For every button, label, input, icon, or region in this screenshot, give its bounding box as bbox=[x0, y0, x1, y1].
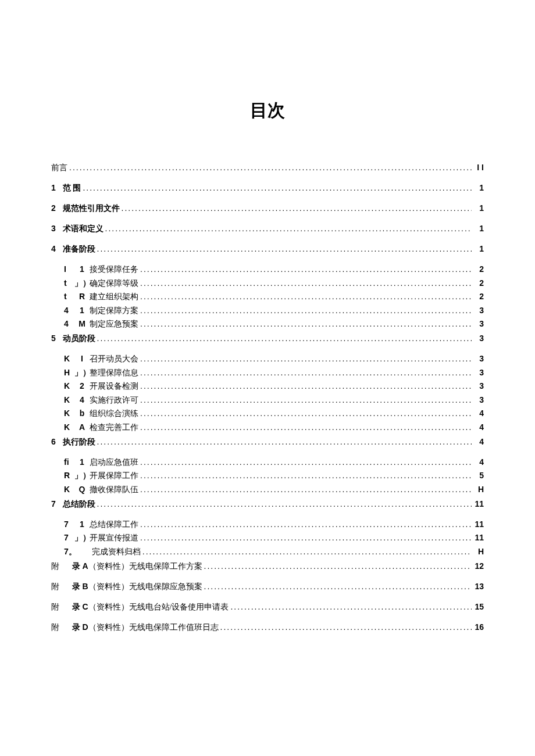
toc-leader-dots bbox=[140, 354, 472, 363]
toc-sub-prefix: K bbox=[64, 396, 74, 404]
toc-number: 2 bbox=[51, 204, 60, 212]
toc-leader-dots bbox=[97, 334, 472, 342]
toc-entry: I1接受保障任务2 bbox=[51, 265, 484, 274]
toc-label: 确定保障等级 bbox=[90, 279, 138, 288]
toc-label: 开展宣传报道 bbox=[90, 533, 138, 542]
toc-label: 启动应急值班 bbox=[90, 458, 138, 467]
toc-sub-prefix: 4 bbox=[64, 320, 74, 328]
toc-label: 制定应急预案 bbox=[90, 320, 138, 328]
toc-label: 准备阶段 bbox=[63, 244, 95, 253]
toc-label: 总结阶段 bbox=[63, 499, 95, 508]
toc-page-number: 11 bbox=[473, 500, 484, 508]
toc-label: 召开动员大会 bbox=[90, 354, 138, 363]
toc-leader-dots bbox=[140, 520, 472, 528]
toc-appendix-prefix: 附 bbox=[51, 624, 70, 632]
toc-page-number: H bbox=[473, 485, 484, 493]
toc-leader-dots bbox=[140, 292, 472, 300]
toc-leader-dots bbox=[140, 320, 472, 328]
toc-sub-prefix: H bbox=[64, 368, 74, 377]
toc-label: 整理保障信息 bbox=[90, 368, 138, 377]
toc-page-number: 1 bbox=[473, 245, 484, 253]
toc-page-number: 5 bbox=[473, 471, 484, 479]
toc-leader-dots bbox=[140, 458, 472, 466]
toc-entry: 5 动员阶段3 bbox=[51, 334, 484, 343]
toc-label: （资料性）无线电保隙应急预案 bbox=[88, 582, 202, 591]
toc-leader-dots bbox=[140, 382, 472, 390]
toc-entry: 4M制定应急预案3 bbox=[51, 320, 484, 328]
toc-entry: KI召开动员大会3 bbox=[51, 354, 484, 363]
toc-page-number: 3 bbox=[473, 320, 484, 328]
toc-sub-number: 」） bbox=[74, 279, 90, 287]
toc-page-number: H bbox=[473, 547, 484, 556]
toc-page-number: 3 bbox=[473, 354, 484, 363]
toc-entry: 2 规范性引用文件1 bbox=[51, 204, 484, 213]
toc-sub-number: 」） bbox=[74, 533, 90, 542]
toc-appendix-id: 录 C bbox=[72, 602, 88, 611]
toc-leader-dots bbox=[140, 279, 472, 287]
toc-entry: fi1启动应急值班4 bbox=[51, 458, 484, 467]
toc-number: 3 bbox=[51, 224, 60, 232]
toc-label: 接受保障任务 bbox=[90, 265, 138, 274]
toc-entry: R」）开展保障工作5 bbox=[51, 471, 484, 480]
toc-leader-dots bbox=[97, 500, 472, 508]
toc-sub-number: 1 bbox=[74, 458, 90, 466]
toc-sub-number: A bbox=[74, 423, 90, 431]
toc-label: 制定保障方案 bbox=[90, 306, 138, 315]
toc-entry: tR建立组织架构2 bbox=[51, 292, 484, 301]
toc-sub-prefix: fi bbox=[64, 458, 74, 466]
toc-appendix-prefix: 附 bbox=[51, 583, 70, 591]
toc-leader-dots bbox=[140, 368, 472, 377]
toc-number: 7 bbox=[51, 500, 60, 508]
toc-label: 开展设备检测 bbox=[90, 382, 138, 390]
toc-sub-number: 1 bbox=[74, 306, 90, 314]
toc-sub-prefix: 7 bbox=[64, 520, 74, 528]
toc-page-number: 3 bbox=[473, 306, 484, 314]
toc-leader-dots bbox=[97, 245, 472, 253]
toc-entry: 41制定保障方案3 bbox=[51, 306, 484, 315]
toc-label: 撤收保障队伍 bbox=[90, 485, 138, 494]
toc-entry: KQ撤收保障队伍H bbox=[51, 485, 484, 494]
toc-sub-number: b bbox=[74, 409, 90, 417]
toc-sub-number: Q bbox=[74, 485, 90, 493]
toc-page-number: 12 bbox=[473, 562, 484, 570]
toc-leader-dots bbox=[142, 547, 472, 556]
toc-leader-dots bbox=[140, 533, 472, 542]
toc-page-number: 3 bbox=[473, 334, 484, 342]
toc-appendix-id: 录 D bbox=[72, 622, 88, 632]
toc-page-number: 3 bbox=[473, 396, 484, 404]
toc-entry: 前言I I bbox=[51, 163, 484, 172]
toc-entry: 71总结保障工作11 bbox=[51, 520, 484, 529]
toc-page-number: 4 bbox=[473, 409, 484, 417]
toc-container: 前言I I1 范 围12 规范性引用文件13 术语和定义14 准备阶段1I1接受… bbox=[51, 163, 484, 632]
toc-entry: 3 术语和定义1 bbox=[51, 224, 484, 233]
toc-entry: 附 录 B（资料性）无线电保隙应急预案13 bbox=[51, 582, 484, 591]
toc-label: （资料性）无线电保障工作值班日志 bbox=[88, 623, 219, 632]
toc-entry: t」）确定保障等级2 bbox=[51, 279, 484, 288]
toc-sub-prefix: t bbox=[64, 292, 74, 300]
toc-sub-number: 1 bbox=[74, 520, 90, 528]
toc-number: 4 bbox=[51, 245, 60, 253]
toc-page-number: 13 bbox=[473, 582, 484, 590]
toc-leader-dots bbox=[83, 184, 472, 192]
toc-number: 5 bbox=[51, 334, 60, 342]
toc-page-number: 4 bbox=[473, 438, 484, 446]
toc-page-number: 3 bbox=[473, 368, 484, 377]
toc-appendix-prefix: 附 bbox=[51, 562, 70, 571]
toc-label: 完成资料归档 bbox=[92, 547, 141, 556]
toc-entry: 7 总结阶段11 bbox=[51, 500, 484, 508]
toc-entry: 7。完成资料归档H bbox=[51, 547, 484, 556]
toc-entry: 7」）开展宣传报道11 bbox=[51, 533, 484, 542]
toc-sub-prefix: R bbox=[64, 471, 74, 479]
toc-appendix-id: 录 B bbox=[72, 582, 88, 591]
toc-entry: 6 执行阶段4 bbox=[51, 438, 484, 446]
toc-label: 规范性引用文件 bbox=[63, 203, 120, 213]
toc-page-number: 4 bbox=[473, 423, 484, 431]
toc-sub-prefix: K bbox=[64, 423, 74, 431]
toc-label: 组织综合演练 bbox=[90, 409, 138, 418]
toc-page-number: 4 bbox=[473, 458, 484, 466]
toc-entry: 附 录 C（资料性）无线电台站/设备使用申请表15 bbox=[51, 603, 484, 611]
toc-sub-prefix: 4 bbox=[64, 306, 74, 314]
toc-page-number: 2 bbox=[473, 279, 484, 287]
toc-sub-number: 2 bbox=[74, 382, 90, 390]
toc-label: 术语和定义 bbox=[63, 224, 104, 233]
